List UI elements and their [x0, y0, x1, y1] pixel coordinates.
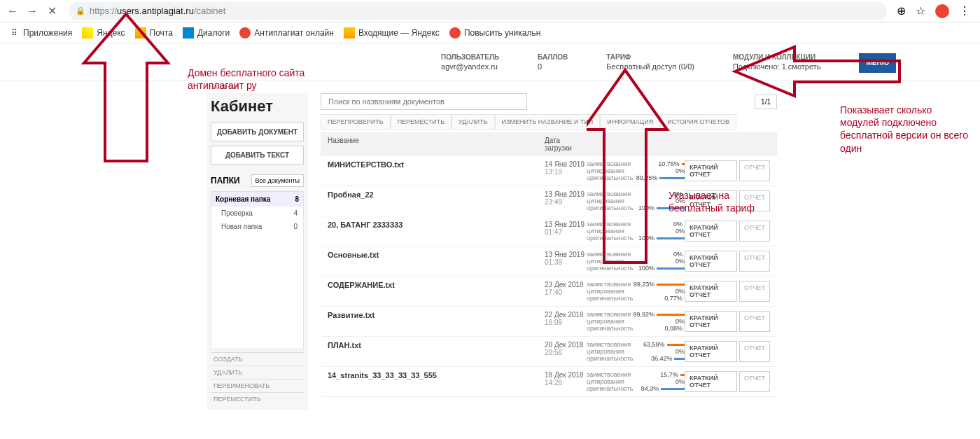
header-user: ПОЛЬЗОВАТЕЛЬ agvr@yandex.ru: [441, 53, 499, 73]
short-report-button[interactable]: КРАТКИЙ ОТЧЕТ: [685, 341, 737, 362]
folder-create[interactable]: СОЗДАТЬ: [211, 352, 304, 365]
apps-icon: ⠿: [8, 27, 20, 39]
doc-date: 23 Дек 201817:40: [545, 281, 587, 296]
table-row[interactable]: 20, БАТАНГ 2333333 13 Янв 201901:47 заим…: [321, 216, 777, 246]
full-report-button[interactable]: ОТЧЕТ: [739, 251, 770, 272]
doc-date: 20 Дек 201820:56: [545, 341, 587, 356]
inbox-icon: [344, 27, 355, 39]
table-header: Название Дата загрузки: [321, 132, 777, 156]
table-row[interactable]: Развитие.txt 22 Дек 201818:09 заимствова…: [321, 307, 777, 337]
tool-recheck[interactable]: ПЕРЕПРОВЕРИТЬ: [321, 114, 391, 130]
folder-item[interactable]: Новая папка0: [211, 220, 303, 233]
folder-root[interactable]: Корневая папка8: [211, 192, 303, 207]
address-bar[interactable]: 🔒 https://users.antiplagiat.ru/cabinet: [69, 2, 887, 20]
doc-name: Развитие.txt: [328, 311, 545, 319]
short-report-button[interactable]: КРАТКИЙ ОТЧЕТ: [685, 311, 737, 332]
table-row[interactable]: СОДЕРЖАНИЕ.txt 23 Дек 201817:40 заимство…: [321, 277, 777, 307]
bookmark-dialogs[interactable]: Диалоги: [183, 27, 230, 39]
short-report-button[interactable]: КРАТКИЙ ОТЧЕТ: [685, 160, 737, 181]
doc-date: 13 Янв 201901:39: [545, 251, 587, 266]
doc-name: 14_stranits_33_33_33_33_555: [328, 371, 545, 379]
table-row[interactable]: ПЛАН.txt 20 Дек 201820:56 заимствования6…: [321, 337, 777, 367]
full-report-button[interactable]: ОТЧЕТ: [739, 160, 770, 181]
full-report-button[interactable]: ОТЧЕТ: [739, 341, 770, 362]
antiplagiat-icon: [239, 27, 251, 39]
page-title: Кабинет: [211, 97, 304, 116]
browser-right-icons: ⊕ ☆ ⋮: [897, 4, 974, 18]
doc-stats: заимствования99,23% цитирования0% оригин…: [587, 281, 685, 302]
sidebar: Кабинет ДОБАВИТЬ ДОКУМЕНТ ДОБАВИТЬ ТЕКСТ…: [206, 93, 308, 410]
doc-date: 18 Дек 201814:28: [545, 371, 587, 386]
folder-item[interactable]: Проверка4: [211, 207, 303, 220]
star-icon[interactable]: ☆: [916, 4, 925, 18]
short-report-button[interactable]: КРАТКИЙ ОТЧЕТ: [685, 281, 737, 302]
search-input[interactable]: [321, 93, 527, 110]
doc-stats: заимствования63,58% цитирования0% оригин…: [587, 341, 685, 362]
bookmark-antiplagiat[interactable]: Антиплагиат онлайн: [239, 27, 334, 39]
table-row[interactable]: МИНИСТЕРСТВО.txt 14 Янв 201913:19 заимст…: [321, 156, 777, 186]
tool-rename[interactable]: ИЗМЕНИТЬ НАЗВАНИЕ И ТИП: [495, 114, 601, 130]
uniq-icon: [449, 27, 461, 39]
short-report-button[interactable]: КРАТКИЙ ОТЧЕТ: [685, 221, 737, 242]
doc-date: 13 Янв 201923:49: [545, 190, 587, 206]
avatar-icon[interactable]: [935, 4, 949, 18]
doc-name: МИНИСТЕРСТВО.txt: [328, 160, 545, 169]
content-area: 1/1 ПЕРЕПРОВЕРИТЬ ПЕРЕМЕСТИТЬ УДАЛИТЬ ИЗ…: [308, 93, 784, 410]
table-row[interactable]: Основные.txt 13 Янв 201901:39 заимствова…: [321, 246, 777, 277]
apps-shortcut[interactable]: ⠿Приложения: [8, 27, 72, 39]
doc-name: Основные.txt: [328, 251, 545, 259]
annotation-domain: Домен бесплатного сайта антиплагаит ру: [188, 67, 328, 92]
bookmark-inbox[interactable]: Входящие — Яндекс: [344, 27, 440, 39]
folder-delete[interactable]: УДАЛИТЬ: [211, 365, 304, 379]
header-balls: БАЛЛОВ 0: [538, 53, 568, 73]
all-docs-button[interactable]: Все документы: [251, 174, 304, 187]
annotation-modules: Показывает сколько модулей подключено бе…: [840, 104, 973, 155]
doc-name: СОДЕРЖАНИЕ.txt: [328, 281, 545, 289]
folder-rename[interactable]: ПЕРЕИМЕНОВАТЬ: [211, 379, 304, 392]
add-document-button[interactable]: ДОБАВИТЬ ДОКУМЕНТ: [211, 123, 304, 141]
annotation-tariff: Указывает на бесплатный тариф: [668, 189, 780, 214]
tool-move[interactable]: ПЕРЕМЕСТИТЬ: [391, 114, 452, 130]
doc-stats: заимствования99,92% цитирования0% оригин…: [587, 311, 685, 332]
short-report-button[interactable]: КРАТКИЙ ОТЧЕТ: [685, 371, 737, 392]
doc-name: 20, БАТАНГ 2333333: [328, 221, 545, 229]
more-icon[interactable]: ⋮: [959, 4, 970, 18]
doc-name: ПЛАН.txt: [328, 341, 545, 349]
full-report-button[interactable]: ОТЧЕТ: [739, 281, 770, 302]
folder-move[interactable]: ПЕРЕМЕСТИТЬ: [211, 392, 304, 405]
toolbar: ПЕРЕПРОВЕРИТЬ ПЕРЕМЕСТИТЬ УДАЛИТЬ ИЗМЕНИ…: [321, 114, 777, 130]
close-icon[interactable]: ✕: [45, 4, 59, 18]
doc-stats: заимствования15,7% цитирования0% оригина…: [587, 371, 685, 392]
doc-date: 13 Янв 201901:47: [545, 221, 587, 236]
doc-date: 22 Дек 201818:09: [545, 311, 587, 326]
back-icon[interactable]: ←: [6, 4, 20, 18]
full-report-button[interactable]: ОТЧЕТ: [739, 371, 770, 392]
doc-date: 14 Янв 201913:19: [545, 160, 587, 176]
full-report-button[interactable]: ОТЧЕТ: [739, 311, 770, 332]
table-row[interactable]: 14_stranits_33_33_33_33_555 18 Дек 20181…: [321, 367, 777, 397]
bookmark-uniq[interactable]: Повысить уникальн: [449, 27, 540, 39]
folder-tree: Корневая папка8 Проверка4Новая папка0: [211, 191, 304, 349]
folders-heading: ПАПКИ: [211, 176, 240, 186]
forward-icon[interactable]: →: [25, 4, 39, 18]
full-report-button[interactable]: ОТЧЕТ: [739, 221, 770, 242]
add-text-button[interactable]: ДОБАВИТЬ ТЕКСТ: [211, 146, 304, 165]
tool-delete[interactable]: УДАЛИТЬ: [451, 114, 494, 130]
short-report-button[interactable]: КРАТКИЙ ОТЧЕТ: [685, 251, 737, 272]
zoom-icon[interactable]: ⊕: [897, 4, 906, 18]
doc-name: Пробная_22: [328, 190, 545, 199]
